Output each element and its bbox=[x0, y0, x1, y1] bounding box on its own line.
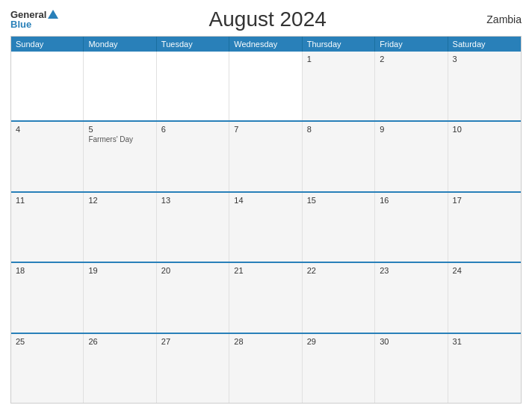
day-cell bbox=[11, 52, 84, 120]
day-cell bbox=[84, 52, 156, 120]
day-cell bbox=[157, 52, 229, 120]
day-header-saturday: Saturday bbox=[448, 37, 521, 52]
calendar-title: August 2024 bbox=[58, 7, 477, 31]
day-number: 10 bbox=[453, 125, 516, 134]
day-event: Farmers' Day bbox=[88, 135, 151, 143]
day-cell: 17 bbox=[448, 193, 521, 262]
day-number: 21 bbox=[234, 266, 297, 275]
day-number: 25 bbox=[16, 337, 78, 346]
day-header-sunday: Sunday bbox=[11, 37, 84, 52]
day-cell: 30 bbox=[375, 334, 448, 403]
week-row-3: 11121314151617 bbox=[11, 191, 521, 262]
day-cell: 14 bbox=[229, 193, 302, 262]
day-cell: 21 bbox=[229, 263, 302, 332]
day-cell bbox=[229, 52, 302, 120]
day-number: 8 bbox=[307, 125, 370, 134]
day-cell: 23 bbox=[375, 263, 448, 332]
day-number: 19 bbox=[88, 266, 151, 275]
logo: General Blue bbox=[10, 10, 58, 29]
calendar-page: General Blue August 2024 Zambia SundayMo… bbox=[0, 0, 532, 411]
day-number: 9 bbox=[380, 125, 442, 134]
day-cell: 13 bbox=[157, 193, 229, 262]
day-number: 31 bbox=[453, 337, 516, 346]
day-number: 24 bbox=[453, 266, 516, 275]
day-number: 4 bbox=[16, 125, 78, 134]
weeks-container: 12345Farmers' Day67891011121314151617181… bbox=[11, 52, 521, 403]
day-cell: 12 bbox=[84, 193, 156, 262]
day-header-thursday: Thursday bbox=[303, 37, 375, 52]
day-number: 29 bbox=[307, 337, 370, 346]
day-cell: 5Farmers' Day bbox=[84, 122, 156, 191]
day-cell: 29 bbox=[303, 334, 375, 403]
day-header-friday: Friday bbox=[375, 37, 448, 52]
day-number: 14 bbox=[234, 196, 297, 205]
day-cell: 20 bbox=[157, 263, 229, 332]
week-row-1: 123 bbox=[11, 52, 521, 120]
day-cell: 7 bbox=[229, 122, 302, 191]
logo-blue-text: Blue bbox=[10, 19, 31, 29]
day-number: 22 bbox=[307, 266, 370, 275]
day-number: 13 bbox=[161, 196, 224, 205]
day-number: 18 bbox=[16, 266, 78, 275]
day-cell: 31 bbox=[448, 334, 521, 403]
day-cell: 27 bbox=[157, 334, 229, 403]
day-cell: 19 bbox=[84, 263, 156, 332]
day-cell: 25 bbox=[11, 334, 84, 403]
day-number: 3 bbox=[453, 55, 516, 64]
day-number: 2 bbox=[380, 55, 442, 64]
day-number: 27 bbox=[161, 337, 224, 346]
week-row-4: 18192021222324 bbox=[11, 262, 521, 332]
country-label: Zambia bbox=[477, 13, 522, 25]
day-cell: 24 bbox=[448, 263, 521, 332]
day-number: 16 bbox=[380, 196, 442, 205]
day-number: 17 bbox=[453, 196, 516, 205]
day-number: 26 bbox=[88, 337, 151, 346]
day-number: 11 bbox=[16, 196, 78, 205]
day-cell: 11 bbox=[11, 193, 84, 262]
day-number: 6 bbox=[161, 125, 224, 134]
logo-triangle-icon bbox=[48, 10, 58, 19]
week-row-5: 25262728293031 bbox=[11, 333, 521, 403]
week-row-2: 45Farmers' Day678910 bbox=[11, 120, 521, 191]
day-number: 30 bbox=[380, 337, 442, 346]
day-number: 23 bbox=[380, 266, 442, 275]
day-number: 15 bbox=[307, 196, 370, 205]
calendar-grid: SundayMondayTuesdayWednesdayThursdayFrid… bbox=[10, 36, 522, 404]
day-headers-row: SundayMondayTuesdayWednesdayThursdayFrid… bbox=[11, 37, 521, 52]
day-cell: 2 bbox=[375, 52, 448, 120]
day-cell: 3 bbox=[448, 52, 521, 120]
day-cell: 16 bbox=[375, 193, 448, 262]
day-cell: 6 bbox=[157, 122, 229, 191]
day-header-wednesday: Wednesday bbox=[229, 37, 302, 52]
day-header-tuesday: Tuesday bbox=[157, 37, 229, 52]
day-number: 1 bbox=[307, 55, 370, 64]
day-cell: 1 bbox=[303, 52, 375, 120]
day-cell: 9 bbox=[375, 122, 448, 191]
day-number: 7 bbox=[234, 125, 297, 134]
day-number: 20 bbox=[161, 266, 224, 275]
header: General Blue August 2024 Zambia bbox=[10, 7, 522, 31]
day-cell: 15 bbox=[303, 193, 375, 262]
day-cell: 22 bbox=[303, 263, 375, 332]
day-number: 28 bbox=[234, 337, 297, 346]
day-cell: 28 bbox=[229, 334, 302, 403]
day-cell: 8 bbox=[303, 122, 375, 191]
day-number: 5 bbox=[88, 125, 151, 134]
day-cell: 18 bbox=[11, 263, 84, 332]
day-cell: 10 bbox=[448, 122, 521, 191]
day-number: 12 bbox=[88, 196, 151, 205]
day-cell: 26 bbox=[84, 334, 156, 403]
day-cell: 4 bbox=[11, 122, 84, 191]
day-header-monday: Monday bbox=[84, 37, 156, 52]
